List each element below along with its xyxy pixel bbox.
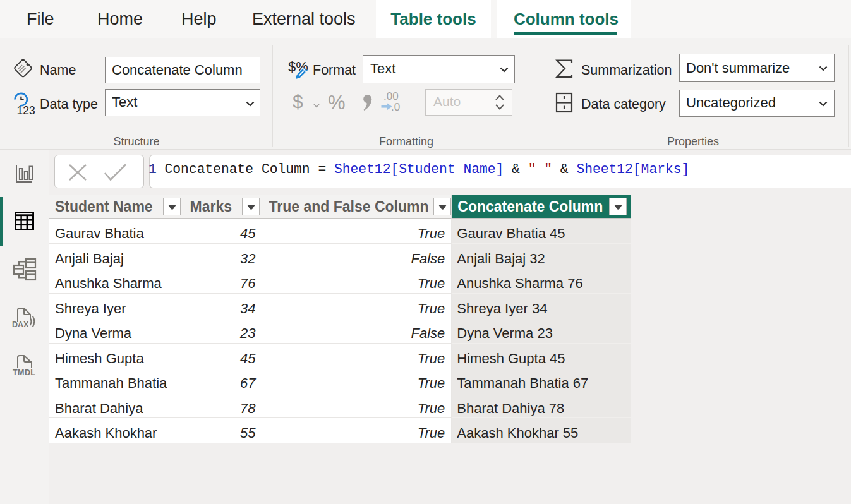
svg-text:DAX: DAX [12, 320, 29, 329]
svg-text:TMDL: TMDL [13, 368, 35, 377]
svg-text:123: 123 [17, 104, 35, 116]
